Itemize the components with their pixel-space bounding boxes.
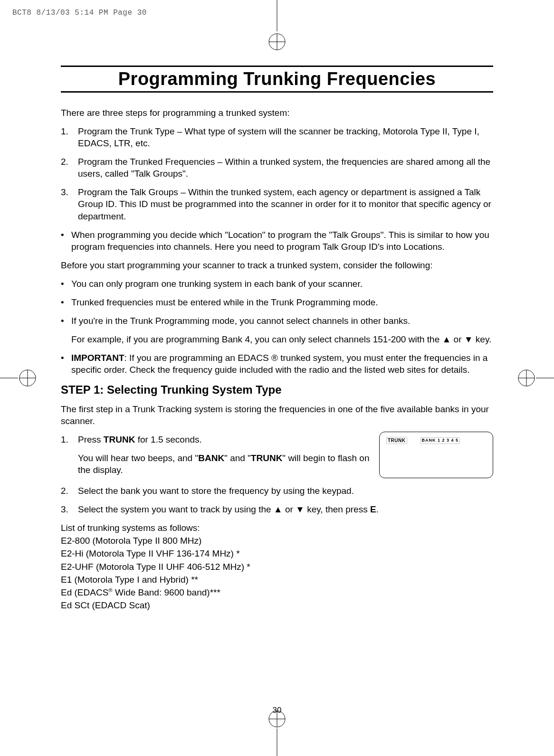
- display-trunk-label: TRUNK: [386, 437, 407, 444]
- step1-heading: STEP 1: Selecting Trunking System Type: [61, 382, 493, 397]
- overview-step-1: 1.Program the Trunk Type – What type of …: [61, 125, 493, 149]
- consideration-3: •If you're in the Trunk Programming mode…: [61, 315, 493, 327]
- display-bank-label: BANK 1 2 3 4 5: [420, 437, 460, 444]
- step1-instruction-2: 2.Select the bank you want to store the …: [61, 485, 493, 497]
- file-header-meta: BCT8 8/13/03 5:14 PM Page 30: [12, 9, 147, 17]
- consideration-2: •Trunked frequencies must be entered whi…: [61, 296, 493, 308]
- page-title: Programming Trunking Frequencies: [61, 68, 493, 91]
- page-content: Programming Trunking Frequencies There a…: [61, 66, 493, 612]
- consideration-important: •IMPORTANT: If you are programming an ED…: [61, 352, 493, 376]
- scanner-display: TRUNK BANK 1 2 3 4 5: [379, 432, 493, 478]
- step1-instruction-1: 1. Press TRUNK for 1.5 seconds. You will…: [61, 434, 493, 478]
- consideration-1: •You can only program one trunking syste…: [61, 278, 493, 290]
- step1-intro: The first step in a Trunk Tracking syste…: [61, 403, 493, 427]
- before-text: Before you start programming your scanne…: [61, 259, 493, 271]
- title-rule-bottom: [61, 91, 493, 93]
- trunking-system-list: List of trunking systems as follows: E2-…: [61, 522, 493, 611]
- consideration-3-example: For example, if you are programming Bank…: [71, 333, 493, 345]
- step1-instruction-3: 3.Select the system you want to track by…: [61, 503, 493, 515]
- overview-step-2: 2.Program the Trunked Frequencies – With…: [61, 156, 493, 180]
- crop-mark-top: [268, 0, 286, 51]
- crop-mark-right: [518, 369, 554, 387]
- overview-step-3: 3.Program the Talk Groups – Within the t…: [61, 186, 493, 222]
- title-rule-top: [61, 66, 493, 67]
- intro-text: There are three steps for programming a …: [61, 107, 493, 119]
- page-number: 30: [273, 706, 282, 715]
- crop-mark-left: [0, 369, 36, 387]
- crop-mark-bottom: [268, 710, 286, 756]
- bullet-location-note: •When programming you decide which "Loca…: [61, 229, 493, 253]
